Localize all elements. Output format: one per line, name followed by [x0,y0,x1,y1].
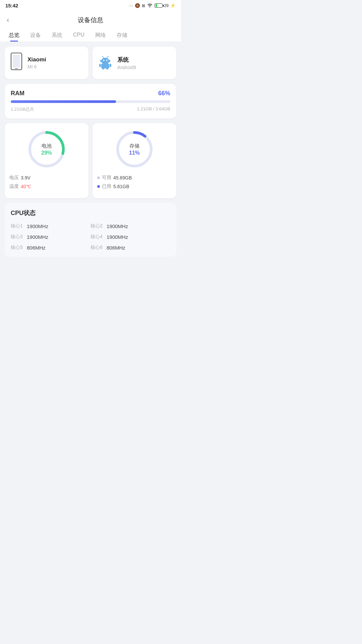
battery-card: 电池 29% 电压 3.9V 温度 40℃ [5,123,88,198]
tab-system[interactable]: 系统 [46,29,68,42]
svg-rect-13 [99,64,101,67]
cpu-core-2-value: 1900MHz [107,223,128,229]
cpu-core-3-label: 核心3 [11,234,24,240]
cpu-core-2: 核心2 1900MHz [90,223,170,229]
storage-available-label: 可用 [102,175,111,181]
cpu-core-2-label: 核心2 [90,223,104,229]
cpu-core-3-value: 1900MHz [27,234,48,240]
battery-voltage-row: 电压 3.9V [9,175,84,181]
svg-rect-12 [106,68,108,69]
page-title: 设备信息 [78,16,103,24]
system-info: 系统 Android9 [117,56,136,70]
device-info: Xiaomi MI 6 [27,56,46,69]
battery-temp-value: 40℃ [21,184,32,189]
storage-used-label: 已用 [102,183,111,190]
storage-available-row: 可用 45.69GB [97,175,172,181]
cpu-title: CPU状态 [11,209,170,217]
storage-used-row: 已用 5.81GB [97,183,172,190]
storage-value: 11% [129,150,140,156]
battery-circle: 电池 29% [26,129,67,169]
storage-available-dot [97,176,100,179]
storage-circle: 存储 11% [114,129,155,169]
svg-line-8 [102,56,104,58]
svg-rect-4 [100,60,101,62]
storage-info: 可用 45.69GB 已用 5.81GB [97,175,172,192]
device-phone-card: Xiaomi MI 6 [5,47,88,79]
svg-point-3 [101,58,109,64]
battery-temp-label: 温度 [9,183,19,190]
ram-header: RAM 66% [11,90,170,97]
storage-title: 存储 [129,143,140,149]
battery-title: 电池 [41,143,52,149]
cpu-core-5: 核心5 806MHz [11,245,90,251]
cpu-core-4: 核心4 1900MHz [90,234,170,240]
ram-detail: 1.21GB / 3.64GB [137,106,170,112]
cpu-core-6-label: 核心6 [90,245,104,251]
storage-card: 存储 11% 可用 45.69GB 已用 5.81GB [93,123,176,198]
device-info-row: Xiaomi MI 6 [5,47,176,79]
wifi-icon [147,3,153,8]
svg-line-9 [107,56,108,58]
ram-progress-fill [11,100,116,103]
battery-icon [155,3,163,8]
battery-value: 29% [41,150,52,156]
status-bar: 15:42 ··· 🔕 ⊠ 29 ⚡ [0,0,181,10]
cpu-core-6-value: 806MHz [107,245,125,251]
ram-progress-bar [11,100,170,103]
device-name: Xiaomi [27,56,46,63]
battery-voltage-value: 3.9V [21,175,31,180]
tab-overview[interactable]: 总览 [3,29,25,42]
back-button[interactable]: ‹ [7,16,9,24]
cpu-core-6: 核心6 806MHz [90,245,170,251]
tab-storage[interactable]: 存储 [111,29,133,42]
tab-cpu[interactable]: CPU [68,29,90,42]
cpu-core-5-label: 核心5 [11,245,24,251]
svg-rect-14 [110,64,111,67]
svg-rect-2 [15,68,18,69]
svg-rect-5 [109,60,110,62]
svg-point-7 [106,60,108,61]
storage-used-value: 5.81GB [113,184,129,189]
tab-device[interactable]: 设备 [25,29,46,42]
ram-details: 1.21GB总共 1.21GB / 3.64GB [11,106,170,112]
storage-available-value: 45.69GB [113,175,132,180]
phone-icon [10,53,23,73]
cpu-core-3: 核心3 1900MHz [11,234,90,240]
ram-total: 1.21GB总共 [11,106,34,112]
svg-point-6 [103,60,105,61]
cpu-core-4-label: 核心4 [90,234,104,240]
system-info-card: 系统 Android9 [93,47,176,79]
sim-icon: ⊠ [142,3,145,8]
content-area: Xiaomi MI 6 [0,42,181,261]
battery-storage-row: 电池 29% 电压 3.9V 温度 40℃ [5,123,176,198]
status-time: 15:42 [5,3,18,8]
system-version: Android9 [117,65,136,70]
cpu-core-4-value: 1900MHz [107,234,128,240]
storage-circle-label: 存储 11% [129,143,140,156]
device-model: MI 6 [27,64,46,69]
tab-network[interactable]: 网络 [90,29,111,42]
system-name: 系统 [117,56,136,64]
charging-icon: ⚡ [170,3,176,8]
battery-percent: 29 [164,3,169,8]
battery-info: 电压 3.9V 温度 40℃ [9,175,84,192]
status-icons: ··· 🔕 ⊠ 29 ⚡ [129,3,176,8]
mute-icon: 🔕 [135,3,140,8]
signal-icon: ··· [129,3,133,8]
cpu-grid: 核心1 1900MHz 核心2 1900MHz 核心3 1900MHz 核心4 … [11,223,170,251]
svg-rect-11 [102,68,104,69]
ram-label: RAM [11,90,24,97]
storage-used-dot [97,185,100,188]
cpu-core-1-label: 核心1 [11,223,24,229]
svg-rect-1 [13,55,20,67]
cpu-core-1-value: 1900MHz [27,223,48,229]
android-icon [98,55,113,71]
ram-card: RAM 66% 1.21GB总共 1.21GB / 3.64GB [5,84,176,118]
cpu-card: CPU状态 核心1 1900MHz 核心2 1900MHz 核心3 1900MH… [5,203,176,257]
svg-rect-10 [101,64,109,68]
battery-temp-row: 温度 40℃ [9,183,84,190]
ram-percent: 66% [158,90,170,97]
cpu-core-5-value: 806MHz [27,245,46,251]
battery-voltage-label: 电压 [9,175,19,181]
battery-circle-label: 电池 29% [41,143,52,156]
